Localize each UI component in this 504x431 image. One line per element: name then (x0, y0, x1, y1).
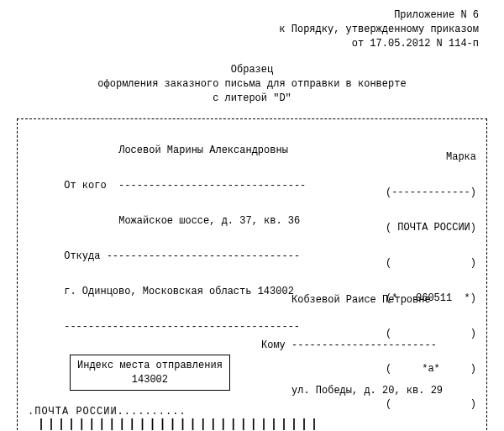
appendix-date: от 17.05.2012 N 114-п (0, 37, 479, 51)
dash: ------------------------ (291, 339, 437, 351)
from-where-label: Откуда (64, 250, 100, 262)
from-label: От кого (64, 180, 106, 192)
sender-address1: Можайское шоссе, д. 37, кв. 36 (118, 215, 300, 227)
title-line3: с литерой "D" (0, 92, 504, 106)
to-label: Кому (261, 339, 291, 351)
document-title: Образец оформления заказного письма для … (0, 63, 504, 105)
sender-index-label: Индекс места отправления (77, 359, 223, 373)
dash: -------------------------------- (107, 250, 300, 262)
appendix-order: к Порядку, утвержденному приказом (0, 23, 479, 37)
stamp-label: Марка (380, 151, 476, 163)
appendix-number: Приложение N 6 (0, 8, 479, 23)
appendix-header: Приложение N 6 к Порядку, утвержденному … (0, 0, 504, 50)
sender-index-value: 143002 (77, 373, 223, 387)
recipient-name: Кобзевой Раисе Петровне (261, 292, 484, 307)
recipient-addr1: ул. Победы, д. 20, кв. 29 (261, 383, 484, 398)
stamp-post: ( ПОЧТА РОССИИ) (380, 222, 476, 234)
dash: ------------------------------- (107, 180, 307, 192)
envelope-sample: Марка (-------------) ( ПОЧТА РОССИИ) ( … (17, 118, 487, 430)
sender-index-box: Индекс места отправления 143002 (70, 355, 230, 392)
title-line2: оформления заказного письма для отправки… (0, 77, 504, 92)
stamp-border-top: (-------------) (380, 187, 476, 198)
sender-name: Лосевой Марины Александровны (118, 145, 288, 156)
recipient-block: Кобзевой Раисе Петровне Кому -----------… (261, 262, 484, 430)
title-line1: Образец (0, 63, 504, 77)
sender-address2: г. Одинцово, Московская область 143002 (64, 286, 294, 297)
